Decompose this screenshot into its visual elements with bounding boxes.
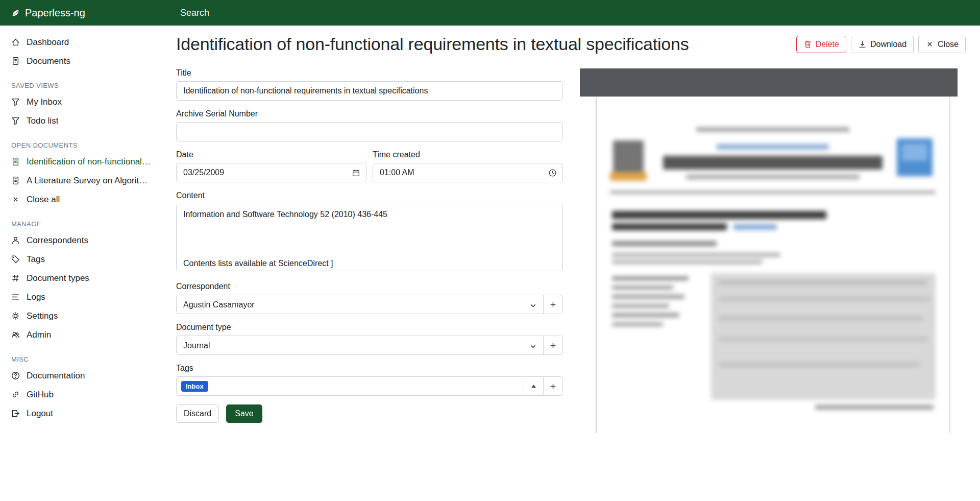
trash-icon (803, 40, 812, 49)
date-field-group: Date (176, 150, 366, 182)
sidebar-item-label: Tags (27, 254, 45, 265)
link-icon (11, 390, 20, 399)
sidebar-item-label: Documentation (27, 370, 85, 381)
sidebar-item-label: Logout (27, 408, 53, 419)
sidebar-item-todo-list[interactable]: Todo list (0, 111, 162, 130)
sidebar-item-logout[interactable]: Logout (0, 404, 162, 423)
pdf-page-1 (597, 97, 949, 433)
app-brand-label: Paperless-ng (25, 7, 85, 19)
pdf-viewer-toolbar (580, 68, 958, 97)
pdf-scroll-content (580, 97, 965, 433)
plus-icon (549, 341, 557, 350)
asn-field-group: Archive Serial Number (176, 109, 563, 141)
tag-icon (11, 255, 20, 264)
sidebar-item-label: Document types (27, 273, 89, 283)
delete-button[interactable]: Delete (796, 36, 846, 53)
app-brand[interactable]: Paperless-ng (0, 7, 162, 19)
pdf-viewer-scroll-area[interactable] (580, 97, 965, 433)
date-time-row: Date Time created (176, 150, 563, 182)
sidebar-open-document-1[interactable]: Identification of non-functional require… (0, 152, 162, 171)
save-button[interactable]: Save (226, 404, 262, 423)
sidebar-section-manage: MANAGE (0, 209, 162, 231)
sidebar-item-github[interactable]: GitHub (0, 385, 162, 404)
sidebar-section-misc: MISC (0, 344, 162, 366)
sidebar-item-label: Dashboard (27, 37, 69, 47)
sidebar-section-open-documents: OPEN DOCUMENTS (0, 130, 162, 152)
title-field-group: Title (176, 68, 563, 101)
sidebar-item-label: Documents (27, 56, 70, 66)
people-icon (11, 330, 20, 339)
person-icon (11, 236, 20, 245)
sidebar-item-label: Correspondents (27, 235, 88, 246)
download-button[interactable]: Download (851, 36, 914, 53)
content-row: Title Archive Serial Number Date (176, 68, 966, 433)
sidebar-item-document-types[interactable]: Document types (0, 269, 162, 288)
house-icon (11, 38, 20, 46)
sidebar-item-close-all[interactable]: Close all (0, 190, 162, 209)
document-icon (11, 176, 20, 185)
tags-input[interactable]: Inbox (176, 376, 524, 396)
sidebar-item-tags[interactable]: Tags (0, 250, 162, 269)
sidebar-item-documents[interactable]: Documents (0, 52, 162, 70)
content-textarea[interactable]: Information and Software Technology 52 (… (176, 204, 563, 271)
content-label: Content (176, 191, 563, 200)
time-created-input[interactable] (373, 163, 563, 182)
sidebar-item-admin[interactable]: Admin (0, 325, 162, 344)
time-field-group: Time created (373, 150, 563, 182)
caret-up-icon (529, 382, 538, 391)
asn-label: Archive Serial Number (176, 109, 563, 118)
header-actions: Delete Download Close (796, 36, 966, 53)
list-icon (11, 293, 20, 301)
sidebar-item-my-inbox[interactable]: My Inbox (0, 92, 162, 111)
tags-field-group: Tags Inbox (176, 364, 563, 396)
delete-button-label: Delete (816, 40, 839, 49)
discard-button[interactable]: Discard (176, 404, 219, 423)
plus-icon (549, 300, 557, 309)
document-type-field-group: Document type Journal (176, 323, 563, 355)
close-icon (925, 40, 934, 49)
date-input[interactable] (176, 163, 366, 182)
sidebar-item-dashboard[interactable]: Dashboard (0, 33, 162, 52)
search-input[interactable] (176, 4, 966, 21)
sidebar-item-documentation[interactable]: Documentation (0, 366, 162, 385)
sidebar-section-saved-views: SAVED VIEWS (0, 70, 162, 92)
document-icon (11, 157, 20, 166)
close-button-label: Close (938, 40, 959, 49)
sidebar-item-correspondents[interactable]: Correspondents (0, 231, 162, 250)
tag-chip-inbox[interactable]: Inbox (181, 381, 208, 392)
leaf-logo-icon (11, 9, 20, 17)
sidebar-item-label: A Literature Survey on Algorithms for Mu… (27, 175, 151, 186)
add-correspondent-button[interactable] (543, 295, 563, 314)
download-button-label: Download (870, 40, 906, 49)
sidebar-item-label: Close all (27, 194, 60, 205)
sidebar-item-label: Logs (27, 292, 45, 302)
form-actions: Discard Save (176, 404, 563, 423)
sidebar-open-document-2[interactable]: A Literature Survey on Algorithms for Mu… (0, 171, 162, 190)
sidebar-item-label: My Inbox (27, 97, 62, 107)
correspondent-select[interactable]: Agustin Casamayor (176, 295, 544, 314)
sidebar-item-logs[interactable]: Logs (0, 288, 162, 306)
date-label: Date (176, 150, 366, 159)
hash-icon (11, 274, 20, 282)
sidebar-item-label: Todo list (27, 115, 58, 126)
close-button[interactable]: Close (918, 36, 966, 53)
sidebar-item-label: Admin (27, 329, 51, 340)
sidebar-item-settings[interactable]: Settings (0, 306, 162, 325)
document-detail-page: Identification of non-functional require… (162, 26, 980, 501)
close-icon (11, 195, 20, 204)
document-type-select[interactable]: Journal (176, 336, 544, 355)
tags-label: Tags (176, 364, 563, 373)
correspondent-label: Correspondent (176, 282, 563, 291)
discard-button-label: Discard (184, 409, 211, 418)
title-input[interactable] (176, 81, 563, 101)
top-navbar: Paperless-ng (0, 0, 980, 26)
add-tag-button[interactable] (543, 376, 563, 396)
add-document-type-button[interactable] (543, 336, 563, 355)
page-header: Identification of non-functional require… (176, 34, 966, 54)
funnel-icon (11, 116, 20, 125)
asn-input[interactable] (176, 122, 563, 141)
tags-dropdown-toggle-button[interactable] (524, 376, 544, 396)
document-edit-form: Title Archive Serial Number Date (176, 68, 563, 423)
document-preview-panel (580, 68, 965, 433)
pdf-viewer (580, 68, 965, 433)
